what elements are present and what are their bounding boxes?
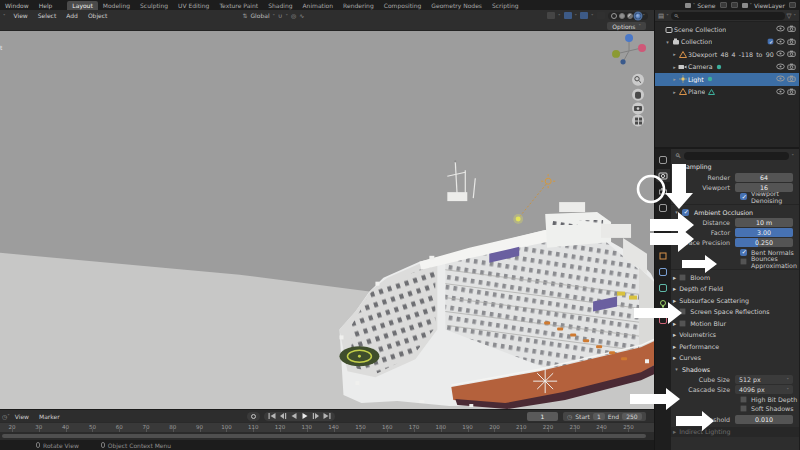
outliner-row-collection[interactable]: ▾Collection xyxy=(655,36,799,49)
camera-toggle-icon[interactable] xyxy=(787,50,796,58)
play-reverse-button[interactable] xyxy=(290,412,298,420)
panel-header-performance[interactable]: ▸Performance xyxy=(671,341,799,353)
viewport-menu-view[interactable]: View xyxy=(9,12,33,19)
render-samples-field[interactable]: 64 xyxy=(735,173,793,182)
panel-header-sampling[interactable]: ▾Sampling xyxy=(671,161,799,172)
transform-orientation-dropdown[interactable]: Global xyxy=(250,12,269,19)
disclosure-triangle[interactable]: ▸ xyxy=(671,51,678,57)
eye-toggle-icon[interactable] xyxy=(776,25,785,33)
properties-tab-object-data[interactable] xyxy=(656,297,670,310)
exclude-checkbox[interactable] xyxy=(768,39,774,45)
panel-header-subsurface-scattering[interactable]: ▸Subsurface Scattering xyxy=(671,295,799,307)
jump-start-button[interactable] xyxy=(268,412,276,420)
shading-rendered-button[interactable] xyxy=(635,13,641,19)
panel-header-depth-of-field[interactable]: ▸Depth of Field xyxy=(671,283,799,295)
panel-header-shadows[interactable]: ▾Shadows xyxy=(671,364,799,375)
xray-toggle[interactable] xyxy=(597,12,605,19)
eye-toggle-icon[interactable] xyxy=(776,75,785,83)
properties-tab-texture[interactable] xyxy=(656,313,670,326)
properties-tab-modifiers[interactable] xyxy=(656,265,670,278)
timeline-editor-type-icon[interactable]: ◷ xyxy=(0,413,7,420)
cascade-size-dropdown[interactable]: 4096 px˅ xyxy=(735,385,793,394)
viewport-menu-object[interactable]: Object xyxy=(83,12,113,19)
end-frame-field[interactable]: 250 xyxy=(622,413,641,420)
ao-distance-field[interactable]: 10 m xyxy=(735,218,793,227)
eye-toggle-icon[interactable] xyxy=(776,50,785,58)
camera-toggle-icon[interactable] xyxy=(787,88,796,96)
workspace-tab-compositing[interactable]: Compositing xyxy=(379,1,427,10)
disclosure-triangle[interactable]: ▾ xyxy=(664,39,671,45)
properties-tab-view-layer[interactable] xyxy=(656,201,670,214)
cube-size-dropdown[interactable]: 512 px˅ xyxy=(735,375,793,384)
outliner-row-light[interactable]: ▸Light xyxy=(655,73,799,86)
ao-factor-slider[interactable]: 3.00 xyxy=(735,228,793,237)
proportional-editing-icon[interactable]: ◎ xyxy=(291,12,296,19)
high-bit-depth-checkbox[interactable] xyxy=(740,396,747,403)
workspace-tab-modeling[interactable]: Modeling xyxy=(98,1,135,10)
outliner-row-3dexport-48-4-118-to-90-255-[interactable]: ▸3Dexport_48_4_-118_to_90_255_ xyxy=(655,48,799,61)
screen-space-reflections-checkbox[interactable] xyxy=(679,308,686,315)
outliner-display-mode-icon[interactable]: ▤ xyxy=(658,12,664,20)
camera-toggle-icon[interactable] xyxy=(787,25,796,33)
filter-chevron-icon[interactable]: ˅ xyxy=(792,153,795,159)
ao-trace-precision-slider[interactable]: 0.250 xyxy=(735,238,793,247)
timeline-menu-marker[interactable]: Marker xyxy=(34,413,65,420)
viewlayer-selector[interactable]: ˅ViewLayer xyxy=(742,2,785,9)
workspace-tab-texture-paint[interactable]: Texture Paint xyxy=(214,1,263,10)
snap-icon[interactable]: ∪ xyxy=(278,12,282,19)
play-button[interactable] xyxy=(301,412,309,420)
workspace-tab-uv-editing[interactable]: UV Editing xyxy=(173,1,214,10)
eye-toggle-icon[interactable] xyxy=(776,38,785,46)
panel-header-motion-blur[interactable]: ▸Motion Blur xyxy=(671,318,799,330)
auto-keying-toggle[interactable] xyxy=(247,412,260,421)
overlays-dropdown[interactable] xyxy=(580,12,588,19)
timeline-ruler[interactable]: 2030405060708090100110120130140150160170… xyxy=(0,422,654,432)
object-visibility-dropdown[interactable] xyxy=(547,12,555,19)
properties-tab-object[interactable] xyxy=(656,249,670,262)
disclosure-triangle[interactable]: ▸ xyxy=(671,64,678,70)
outliner-row-camera[interactable]: ▸Camera xyxy=(655,61,799,74)
workspace-tab-rendering[interactable]: Rendering xyxy=(338,1,379,10)
bloom-checkbox[interactable] xyxy=(679,274,686,281)
properties-tab-tool[interactable] xyxy=(656,153,670,166)
bent-normals-checkbox[interactable] xyxy=(740,249,747,256)
panel-header-indirect-lighting[interactable]: ▸Indirect Lighting xyxy=(671,427,799,437)
3d-viewport[interactable]: User Perspective (1) Light xyxy=(0,31,654,409)
prev-keyframe-button[interactable] xyxy=(279,412,287,420)
workspace-tab-animation[interactable]: Animation xyxy=(298,1,339,10)
next-keyframe-button[interactable] xyxy=(312,412,320,420)
panel-header-volumetrics[interactable]: ▸Volumetrics xyxy=(671,329,799,341)
show-gizmo-dropdown[interactable] xyxy=(564,12,572,19)
light-threshold-field[interactable]: 0.010 xyxy=(735,415,793,424)
workspace-tab-shading[interactable]: Shading xyxy=(263,1,297,10)
viewport-samples-field[interactable]: 16 xyxy=(735,183,793,192)
timeline-track[interactable] xyxy=(0,432,654,440)
disclosure-triangle[interactable]: ▸ xyxy=(671,76,678,82)
eye-toggle-icon[interactable] xyxy=(776,88,785,96)
bounces-approximation-checkbox[interactable] xyxy=(740,258,747,265)
scene-selector[interactable]: ˅Scene xyxy=(685,2,716,9)
shading-wireframe-button[interactable] xyxy=(611,13,617,19)
properties-tab-render[interactable] xyxy=(656,169,670,182)
topbar-menu-window[interactable]: Window xyxy=(0,2,34,9)
unlink-scene-button[interactable] xyxy=(720,2,727,8)
panel-header-curves[interactable]: ▸Curves xyxy=(671,352,799,364)
panel-header-screen-space-reflections[interactable]: ▸Screen Space Reflections xyxy=(671,306,799,318)
disclosure-triangle[interactable]: ▸ xyxy=(671,89,678,95)
properties-tab-physics[interactable] xyxy=(656,281,670,294)
filter-icon[interactable]: ▽ xyxy=(787,12,792,20)
properties-tab-world[interactable] xyxy=(656,233,670,246)
panel-header-ambient-occlusion[interactable]: ▾Ambient Occlusion xyxy=(671,207,799,218)
options-dropdown[interactable]: Options˅ xyxy=(607,22,646,30)
camera-toggle-icon[interactable] xyxy=(787,75,796,83)
properties-search-input[interactable] xyxy=(684,152,788,160)
motion-blur-checkbox[interactable] xyxy=(679,320,686,327)
viewport-menu-select[interactable]: Select xyxy=(33,12,62,19)
properties-tab-scene[interactable] xyxy=(656,217,670,230)
viewport-denoising-checkbox[interactable] xyxy=(740,193,747,200)
soft-shadows-checkbox[interactable] xyxy=(740,405,747,412)
workspace-tab-sculpting[interactable]: Sculpting xyxy=(135,1,173,10)
outliner-search-input[interactable]: 🔍︎ xyxy=(671,12,785,20)
current-frame-field[interactable]: 1 xyxy=(527,412,558,421)
workspace-tab-scripting[interactable]: Scripting xyxy=(487,1,524,10)
